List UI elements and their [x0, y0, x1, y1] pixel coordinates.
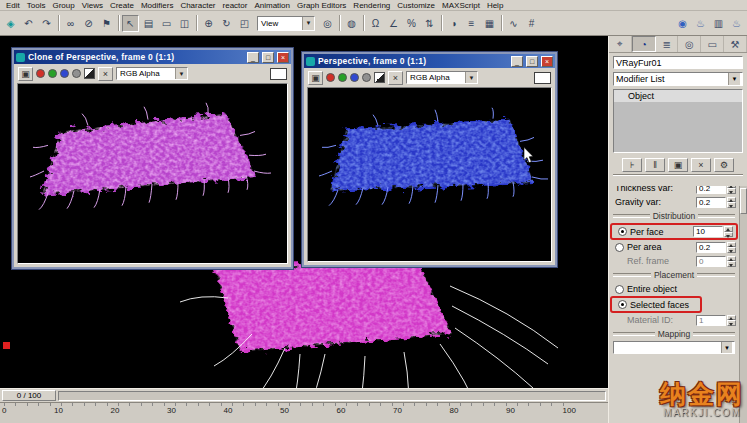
menu-customize[interactable]: Customize: [394, 1, 438, 10]
maximize-button[interactable]: □: [526, 56, 538, 67]
menu-graph-editors[interactable]: Graph Editors: [294, 1, 349, 10]
per-face-field[interactable]: 10: [693, 226, 723, 237]
undo-icon[interactable]: ↶: [20, 15, 37, 32]
time-slider-track[interactable]: [58, 391, 606, 401]
chevron-down-icon[interactable]: ▼: [728, 73, 740, 85]
menu-rendering[interactable]: Rendering: [350, 1, 393, 10]
per-area-radio[interactable]: [615, 243, 624, 252]
alpha-channel-button[interactable]: [374, 72, 385, 83]
utilities-tab-icon[interactable]: ⚒: [724, 36, 747, 52]
save-image-icon[interactable]: ▣: [18, 67, 33, 81]
mapping-channel-dropdown[interactable]: ▼: [613, 341, 735, 354]
per-area-spinner[interactable]: [727, 242, 736, 253]
gravity-var-spinner[interactable]: [727, 197, 736, 208]
show-end-result-icon[interactable]: ‖: [645, 158, 665, 172]
select-by-name-icon[interactable]: ▤: [140, 15, 157, 32]
reference-coordinate-dropdown[interactable]: View ▼: [257, 16, 315, 31]
modifier-list-dropdown[interactable]: Modifier List ▼: [613, 72, 743, 86]
thickness-var-spinner[interactable]: [727, 186, 736, 194]
red-channel-button[interactable]: [36, 69, 45, 78]
mirror-icon[interactable]: ◑: [445, 15, 462, 32]
modify-tab-icon[interactable]: ◔: [632, 36, 656, 52]
material-editor-icon[interactable]: ◉: [674, 15, 691, 32]
menu-modifiers[interactable]: Modifiers: [138, 1, 176, 10]
minimize-button[interactable]: _: [247, 52, 259, 63]
bind-space-warp-icon[interactable]: ⚑: [98, 15, 115, 32]
close-button[interactable]: ×: [541, 56, 553, 67]
schematic-view-icon[interactable]: #: [523, 15, 540, 32]
unlink-icon[interactable]: ⊘: [80, 15, 97, 32]
channel-dropdown[interactable]: RGB Alpha ▼: [116, 67, 188, 80]
menu-maxscript[interactable]: MAXScript: [439, 1, 483, 10]
align-icon[interactable]: ≡: [463, 15, 480, 32]
object-name-field[interactable]: VRayFur01: [613, 56, 743, 69]
vfb-window-perspective[interactable]: Perspective, frame 0 (1:1) _ □ × ▣ × RGB…: [302, 52, 557, 267]
color-swatch[interactable]: [270, 68, 287, 80]
panel-scrollbar[interactable]: [739, 186, 747, 423]
chevron-down-icon[interactable]: ▼: [175, 68, 187, 79]
move-icon[interactable]: ⊕: [200, 15, 217, 32]
time-slider-handle[interactable]: 0 / 100: [2, 390, 56, 401]
chevron-down-icon[interactable]: ▼: [302, 17, 314, 30]
menu-tools[interactable]: Tools: [24, 1, 49, 10]
alpha-channel-button[interactable]: [84, 68, 95, 79]
track-bar[interactable]: 0 10 20 30 40 50 60 70 80 90 100: [0, 402, 608, 423]
menu-edit[interactable]: Edit: [3, 1, 23, 10]
entire-object-radio[interactable]: [615, 285, 624, 294]
per-face-spinner[interactable]: [724, 226, 733, 237]
rect-selection-icon[interactable]: ▭: [158, 15, 175, 32]
create-tab-icon[interactable]: ⌖: [609, 36, 632, 52]
angle-snap-icon[interactable]: ∠: [385, 15, 402, 32]
clear-image-icon[interactable]: ×: [388, 71, 403, 85]
clear-image-icon[interactable]: ×: [98, 67, 113, 81]
thickness-var-field[interactable]: 0.2: [696, 186, 726, 194]
display-tab-icon[interactable]: ▭: [701, 36, 724, 52]
save-image-icon[interactable]: ▣: [308, 71, 323, 85]
menu-reactor[interactable]: reactor: [220, 1, 251, 10]
green-channel-button[interactable]: [338, 73, 347, 82]
menu-help[interactable]: Help: [484, 1, 506, 10]
motion-tab-icon[interactable]: ◎: [678, 36, 701, 52]
panel-scrollbar-thumb[interactable]: [740, 188, 747, 214]
redo-icon[interactable]: ↷: [38, 15, 55, 32]
curve-editor-icon[interactable]: ∿: [505, 15, 522, 32]
use-pivot-center-icon[interactable]: ◎: [319, 15, 336, 32]
window-titlebar[interactable]: Clone of Perspective, frame 0 (1:1) _ □ …: [14, 50, 291, 64]
snap-toggle-icon[interactable]: Ω: [367, 15, 384, 32]
hierarchy-tab-icon[interactable]: ≣: [656, 36, 679, 52]
window-crossing-icon[interactable]: ◫: [176, 15, 193, 32]
pin-stack-icon[interactable]: ⊦: [622, 158, 642, 172]
maximize-button[interactable]: □: [262, 52, 274, 63]
menu-character[interactable]: Character: [177, 1, 218, 10]
select-and-link-icon[interactable]: ∞: [62, 15, 79, 32]
select-object-icon[interactable]: ↖: [122, 15, 139, 32]
close-button[interactable]: ×: [277, 52, 289, 63]
blue-channel-button[interactable]: [350, 73, 359, 82]
window-titlebar[interactable]: Perspective, frame 0 (1:1) _ □ ×: [304, 54, 555, 68]
new-scene-icon[interactable]: ◈: [2, 15, 19, 32]
per-face-radio[interactable]: [618, 227, 627, 236]
menu-views[interactable]: Views: [79, 1, 106, 10]
chevron-down-icon[interactable]: ▼: [465, 72, 477, 83]
monochrome-button[interactable]: [362, 73, 371, 82]
menu-animation[interactable]: Animation: [251, 1, 293, 10]
channel-dropdown[interactable]: RGB Alpha ▼: [406, 71, 478, 84]
remove-modifier-icon[interactable]: ×: [691, 158, 711, 172]
gravity-var-field[interactable]: 0.2: [696, 197, 726, 208]
monochrome-button[interactable]: [72, 69, 81, 78]
color-swatch[interactable]: [534, 72, 551, 84]
green-channel-button[interactable]: [48, 69, 57, 78]
menu-group[interactable]: Group: [49, 1, 77, 10]
quick-render-icon[interactable]: ♨: [728, 15, 745, 32]
chevron-down-icon[interactable]: ▼: [721, 342, 732, 353]
minimize-button[interactable]: _: [511, 56, 523, 67]
stack-item-object[interactable]: Object: [614, 90, 742, 102]
make-unique-icon[interactable]: ▣: [668, 158, 688, 172]
blue-channel-button[interactable]: [60, 69, 69, 78]
render-setup-icon[interactable]: ♨: [692, 15, 709, 32]
rotate-icon[interactable]: ↻: [218, 15, 235, 32]
vfb-window-clone[interactable]: Clone of Perspective, frame 0 (1:1) _ □ …: [12, 48, 293, 269]
per-area-field[interactable]: 0.2: [696, 242, 726, 253]
configure-modifier-sets-icon[interactable]: ⚙: [714, 158, 734, 172]
layer-manager-icon[interactable]: ▦: [481, 15, 498, 32]
